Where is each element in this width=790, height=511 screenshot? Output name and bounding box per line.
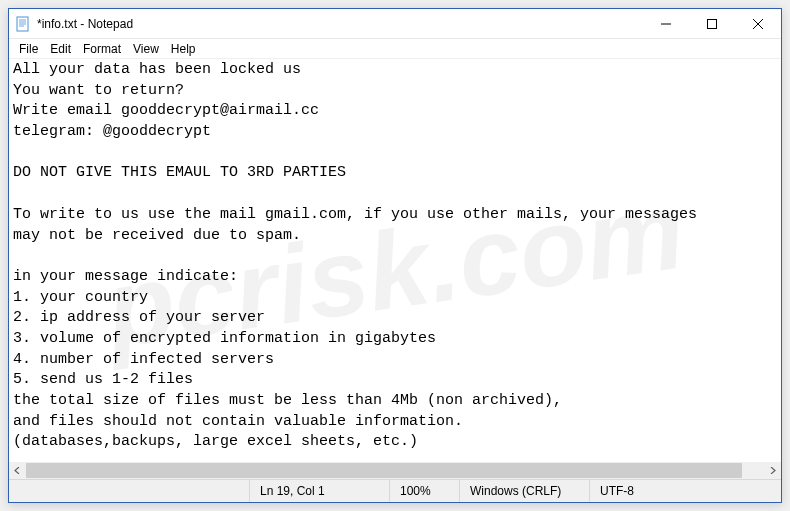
svg-rect-6: [708, 19, 717, 28]
status-zoom: 100%: [389, 480, 459, 502]
document-text: All your data has been locked us You wan…: [9, 59, 701, 454]
menu-file[interactable]: File: [13, 41, 44, 57]
window-controls: [643, 9, 781, 38]
menu-format[interactable]: Format: [77, 41, 127, 57]
menu-edit[interactable]: Edit: [44, 41, 77, 57]
horizontal-scrollbar[interactable]: [9, 462, 781, 479]
window-title: *info.txt - Notepad: [37, 17, 643, 31]
minimize-button[interactable]: [643, 9, 689, 38]
titlebar: *info.txt - Notepad: [9, 9, 781, 39]
close-button[interactable]: [735, 9, 781, 38]
text-area[interactable]: pcrisk.com All your data has been locked…: [9, 59, 781, 479]
status-spacer: [9, 480, 249, 502]
status-encoding: UTF-8: [589, 480, 781, 502]
statusbar: Ln 19, Col 1 100% Windows (CRLF) UTF-8: [9, 479, 781, 502]
scroll-thumb[interactable]: [26, 463, 742, 478]
menu-view[interactable]: View: [127, 41, 165, 57]
menu-help[interactable]: Help: [165, 41, 202, 57]
maximize-button[interactable]: [689, 9, 735, 38]
notepad-icon: [15, 16, 31, 32]
scroll-left-button[interactable]: [9, 462, 26, 479]
status-line-col: Ln 19, Col 1: [249, 480, 389, 502]
status-line-ending: Windows (CRLF): [459, 480, 589, 502]
menubar: File Edit Format View Help: [9, 39, 781, 59]
scroll-right-button[interactable]: [764, 462, 781, 479]
scroll-track[interactable]: [26, 462, 764, 479]
notepad-window: *info.txt - Notepad File Edit Format Vie…: [8, 8, 782, 503]
